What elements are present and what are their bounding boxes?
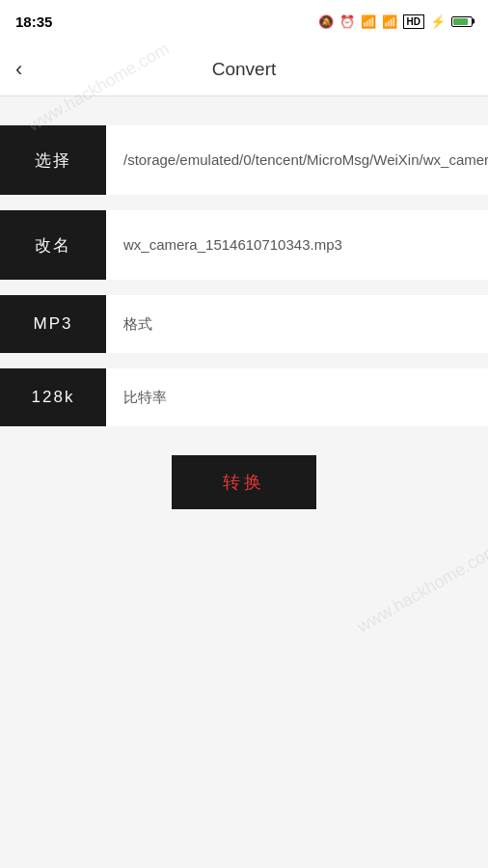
alarm-icon: ⏰ — [339, 14, 355, 29]
back-button[interactable]: ‹ — [15, 59, 22, 80]
wifi-icon: 📶 — [361, 14, 376, 29]
hd-badge: HD — [403, 14, 424, 29]
convert-area: 转换 — [0, 455, 488, 509]
battery-fill — [453, 18, 468, 25]
select-row: 选择 /storage/emulated/0/tencent/MicroMsg/… — [0, 125, 488, 195]
format-button[interactable]: MP3 — [0, 295, 106, 353]
mute-icon: 🔕 — [318, 14, 334, 29]
bitrate-row: 128k 比特率 — [0, 368, 488, 426]
battery-icon — [451, 16, 473, 27]
bitrate-value: 比特率 — [106, 373, 488, 422]
convert-button[interactable]: 转换 — [172, 455, 316, 509]
convert-button-label: 转换 — [223, 471, 265, 494]
status-bar: 18:35 🔕 ⏰ 📶 📶 HD ⚡ — [0, 0, 488, 42]
signal-icon: 📶 — [382, 14, 397, 29]
bitrate-button[interactable]: 128k — [0, 368, 106, 426]
status-icons: 🔕 ⏰ 📶 📶 HD ⚡ — [318, 14, 473, 29]
format-value: 格式 — [106, 300, 488, 349]
top-bar: ‹ Convert — [0, 42, 488, 96]
charging-icon: ⚡ — [430, 14, 446, 29]
rename-button[interactable]: 改名 — [0, 210, 106, 280]
select-button[interactable]: 选择 — [0, 125, 106, 195]
format-row: MP3 格式 — [0, 295, 488, 353]
page-title: Convert — [212, 59, 277, 80]
rename-value: wx_camera_1514610710343.mp3 — [106, 221, 488, 270]
watermark-text-2: www.hackhome.com — [354, 540, 488, 637]
status-time: 18:35 — [15, 14, 52, 30]
select-value: /storage/emulated/0/tencent/MicroMsg/Wei… — [106, 136, 488, 185]
rename-row: 改名 wx_camera_1514610710343.mp3 — [0, 210, 488, 280]
main-content: 选择 /storage/emulated/0/tencent/MicroMsg/… — [0, 96, 488, 509]
battery-tip — [473, 19, 474, 24]
